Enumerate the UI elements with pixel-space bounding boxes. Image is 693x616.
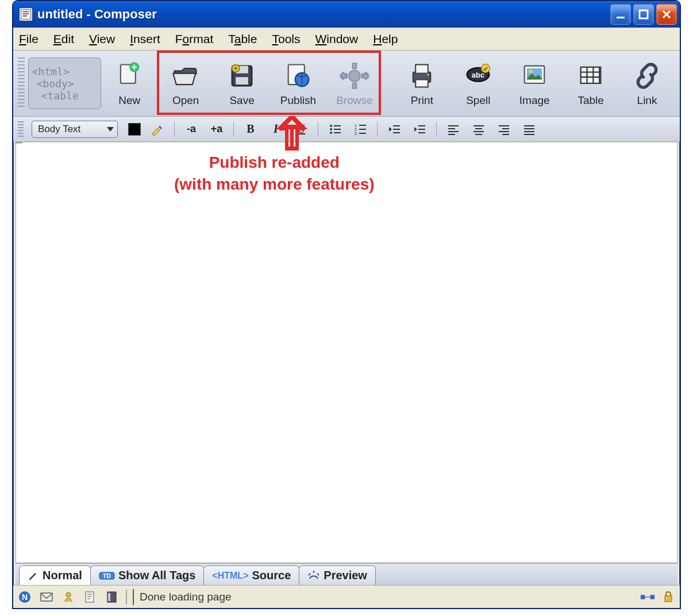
svg-rect-47	[418, 129, 425, 130]
svg-rect-38	[359, 125, 366, 126]
decrease-font-button[interactable]: -a	[183, 122, 200, 137]
svg-rect-75	[641, 595, 645, 599]
svg-rect-22	[416, 80, 429, 87]
svg-rect-44	[393, 129, 400, 130]
format-grip[interactable]	[18, 121, 24, 137]
nav-icon[interactable]: N	[17, 589, 33, 605]
svg-rect-2	[640, 10, 648, 18]
svg-rect-51	[448, 131, 459, 132]
addressbook-icon[interactable]	[104, 589, 120, 605]
menu-format[interactable]: Format	[175, 32, 214, 46]
html-tags-panel[interactable]: <html> <body> <table	[28, 57, 102, 109]
editor-pane[interactable]	[16, 143, 677, 563]
compose-icon[interactable]	[82, 589, 98, 605]
preview-icon	[307, 571, 320, 581]
paragraph-style-combo[interactable]: Body Text	[32, 121, 118, 138]
open-label: Open	[172, 94, 199, 107]
print-label: Print	[411, 94, 433, 107]
svg-text:N: N	[22, 592, 28, 602]
svg-rect-77	[665, 596, 672, 602]
svg-rect-13	[353, 83, 357, 88]
tab-show-all-tags[interactable]: TD Show All Tags	[90, 565, 204, 585]
highlighter-button[interactable]	[149, 122, 166, 137]
svg-rect-61	[524, 125, 534, 126]
minimize-button[interactable]	[610, 4, 631, 25]
statusbar: N Done loading page	[13, 585, 680, 608]
indent-button[interactable]	[411, 122, 428, 137]
text-color-swatch[interactable]	[128, 123, 141, 136]
align-justify-button[interactable]	[521, 122, 538, 137]
menu-edit[interactable]: Edit	[53, 32, 74, 46]
numbered-list-button[interactable]: 123	[352, 122, 369, 137]
svg-rect-50	[448, 128, 455, 129]
svg-rect-74	[108, 593, 110, 601]
svg-point-26	[482, 64, 490, 72]
app-icon	[19, 7, 33, 21]
print-button[interactable]: Print	[394, 51, 450, 116]
menubar: File Edit View Insert Format Table Tools…	[13, 28, 680, 51]
svg-point-71	[66, 592, 71, 597]
paragraph-style-value: Body Text	[38, 124, 80, 135]
menu-insert[interactable]: Insert	[130, 32, 160, 46]
tab-source-label: Source	[252, 569, 291, 582]
tab-html-source[interactable]: <HTML> Source	[203, 565, 299, 585]
align-right-button[interactable]	[495, 122, 513, 137]
italic-button[interactable]: I	[267, 122, 284, 137]
tab-normal[interactable]: Normal	[19, 565, 91, 585]
table-label: Table	[578, 94, 603, 107]
svg-rect-1	[617, 17, 625, 18]
align-center-button[interactable]	[470, 122, 487, 137]
maximize-button[interactable]	[633, 4, 654, 25]
editor-content[interactable]	[16, 143, 677, 563]
open-button[interactable]: Open	[157, 51, 214, 116]
tab-alltags-label: Show All Tags	[118, 569, 195, 582]
svg-rect-21	[416, 65, 429, 74]
browse-button[interactable]: Browse	[326, 51, 383, 116]
close-button[interactable]	[656, 4, 677, 25]
spell-button[interactable]: abc Spell	[450, 51, 506, 116]
menu-tools[interactable]: Tools	[272, 32, 300, 46]
toolbar-grip[interactable]	[18, 57, 25, 109]
mail-icon[interactable]	[38, 589, 55, 605]
tag-body: <body>	[37, 78, 74, 90]
svg-rect-53	[473, 125, 484, 126]
new-button[interactable]: New	[101, 51, 157, 116]
menu-file[interactable]: File	[19, 32, 38, 46]
security-icon[interactable]	[660, 589, 676, 605]
svg-rect-58	[502, 128, 509, 129]
svg-rect-32	[334, 125, 341, 126]
spell-label: Spell	[466, 94, 490, 107]
im-icon[interactable]	[60, 589, 76, 605]
image-button[interactable]: Image	[506, 51, 563, 116]
table-button[interactable]: Table	[563, 51, 619, 116]
svg-rect-54	[475, 128, 482, 129]
online-icon[interactable]	[640, 589, 656, 605]
view-tabs: Normal TD Show All Tags <HTML> Source Pr…	[16, 563, 677, 585]
publish-button[interactable]: Publish	[270, 51, 326, 116]
svg-rect-12	[353, 63, 357, 68]
save-button[interactable]: Save	[214, 51, 270, 116]
separator	[233, 122, 234, 137]
align-left-button[interactable]	[445, 122, 462, 137]
bullet-list-button[interactable]	[326, 122, 344, 137]
table-icon	[575, 60, 607, 92]
outdent-button[interactable]	[386, 122, 403, 137]
svg-rect-42	[359, 133, 366, 134]
save-label: Save	[229, 94, 254, 107]
underline-button[interactable]: U	[292, 122, 310, 137]
tab-preview[interactable]: Preview	[299, 565, 376, 585]
link-button[interactable]: Link	[619, 51, 675, 116]
menu-help[interactable]: Help	[373, 32, 398, 46]
svg-text:3: 3	[355, 132, 357, 136]
svg-point-23	[427, 74, 429, 76]
bold-button[interactable]: B	[242, 122, 259, 137]
save-icon	[226, 60, 258, 92]
separator	[126, 590, 127, 605]
separator	[318, 122, 318, 137]
menu-view[interactable]: View	[89, 32, 115, 46]
menu-window[interactable]: Window	[315, 32, 359, 46]
increase-font-button[interactable]: +a	[208, 122, 225, 137]
svg-rect-48	[418, 132, 425, 133]
app-window: untitled - Composer File Edit View Inser…	[12, 0, 681, 609]
menu-table[interactable]: Table	[228, 32, 257, 46]
